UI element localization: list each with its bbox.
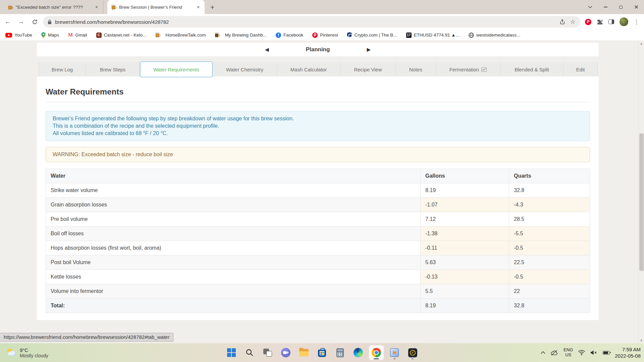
castanet-icon: C xyxy=(96,33,102,38)
tray-chevron-up-icon[interactable] xyxy=(541,351,545,354)
scroll-up-icon[interactable]: ▲ xyxy=(639,42,644,45)
close-button[interactable]: ✕ xyxy=(629,0,644,14)
bookmark-brewing-dashboard[interactable]: My Brewing Dashb... xyxy=(215,33,267,38)
search-button[interactable] xyxy=(242,345,257,360)
prev-session-arrow[interactable]: ◀ xyxy=(265,47,269,53)
share-icon[interactable] xyxy=(560,19,566,24)
bookmark-facebook[interactable]: fFacebook xyxy=(276,33,303,38)
folder-icon xyxy=(299,349,309,356)
link-status-bar: https://www.brewersfriend.com/homebrew/b… xyxy=(0,333,173,342)
column-header-water: Water xyxy=(46,169,421,183)
address-bar[interactable]: brewersfriend.com/homebrew/brewsession/4… xyxy=(43,16,580,27)
bookmark-westsidemedical[interactable]: westsidemedicalass... xyxy=(469,33,520,38)
windows-logo-icon xyxy=(227,348,236,357)
profile-avatar[interactable] xyxy=(620,17,628,26)
bookmark-pinterest[interactable]: PPinterest xyxy=(312,33,338,38)
file-explorer-button[interactable] xyxy=(297,345,311,360)
bookmark-maps[interactable]: Maps xyxy=(41,32,59,38)
bookmark-star-icon[interactable]: ☆ xyxy=(570,18,576,25)
tray-date: 2022-05-08 xyxy=(615,353,641,359)
page-title: Water Requirements xyxy=(46,76,590,97)
new-tab-button[interactable]: + xyxy=(207,2,217,12)
tab-brew-steps[interactable]: Brew Steps xyxy=(86,62,140,76)
edge-button[interactable] xyxy=(351,345,366,360)
bookmark-youtube[interactable]: YouTube xyxy=(5,33,32,38)
youtube-icon xyxy=(5,33,12,38)
table-row: Boil off losses -1.38 -5.5 xyxy=(46,227,590,241)
pinterest-extension-icon[interactable]: P xyxy=(585,19,591,25)
page-scrollbar[interactable]: ▲ ▼ xyxy=(638,41,644,343)
gmail-icon: M xyxy=(68,32,73,38)
tab-mash-calculator[interactable]: Mash Calculator xyxy=(277,62,340,76)
tab-search-chevron-icon[interactable] xyxy=(582,0,598,14)
facebook-icon: f xyxy=(276,33,281,38)
volume-muted-icon[interactable] xyxy=(590,350,598,355)
side-panel-icon[interactable] xyxy=(608,19,614,24)
tab-edit[interactable]: Edit xyxy=(564,62,598,76)
bookmark-ethusd[interactable]: 17ETHUSD 4774.91 ▲... xyxy=(406,33,460,38)
onedrive-paused-icon[interactable] xyxy=(550,350,558,356)
info-line: All volumes listed are calibrated to 68 … xyxy=(53,130,583,137)
table-row: Hops absorption losses (first wort, boil… xyxy=(46,241,590,255)
chat-button[interactable] xyxy=(278,345,293,360)
browser-menu-icon[interactable]: ⋮ xyxy=(634,18,639,25)
microsoft-store-button[interactable] xyxy=(315,345,329,360)
browser-tab-2-active[interactable]: Brew Session | Brewer's Friend × xyxy=(107,0,205,14)
maps-pin-icon xyxy=(41,32,46,38)
table-row: Volume into fermentor 5.5 22 xyxy=(46,284,590,299)
tab-notes[interactable]: Notes xyxy=(396,62,436,76)
globe-icon xyxy=(469,33,474,38)
task-view-button[interactable] xyxy=(260,345,275,360)
maximize-button[interactable] xyxy=(613,0,629,14)
table-row: Grain absorption losses -1.07 -4.3 xyxy=(46,198,590,212)
tab-close-icon[interactable]: × xyxy=(195,4,201,10)
tab-water-chemistry[interactable]: Water Chemistry xyxy=(213,62,277,76)
bookmark-crypto[interactable]: Crypto.com | The B... xyxy=(347,32,397,38)
scroll-down-icon[interactable]: ▼ xyxy=(639,339,644,342)
media-player-button[interactable] xyxy=(387,345,402,360)
scrollbar-thumb[interactable] xyxy=(639,133,644,271)
start-button[interactable] xyxy=(224,345,239,360)
bookmark-gmail[interactable]: MGmail xyxy=(68,32,87,38)
tab-blended-split[interactable]: Blended & Split xyxy=(500,62,564,76)
reload-button[interactable] xyxy=(29,16,40,27)
crypto-shield-icon xyxy=(347,32,352,38)
info-message-box: Brewer's Friend generated the following … xyxy=(46,111,590,141)
edge-icon xyxy=(354,348,363,357)
calculator-button[interactable] xyxy=(333,345,347,360)
table-total-row: Total: 8.19 32.8 xyxy=(46,299,590,313)
info-line: Brewer's Friend generated the following … xyxy=(53,115,583,122)
calculator-icon xyxy=(336,348,344,357)
browser-tab-1[interactable]: "Exceeded batch size" error ???? × xyxy=(4,0,103,14)
chrome-button[interactable] xyxy=(369,345,384,360)
forward-button[interactable]: → xyxy=(15,16,27,27)
tab-recipe-view[interactable]: Recipe View xyxy=(340,62,396,76)
bookmark-homebrewtalk[interactable]: HomeBrewTalk.com xyxy=(155,33,206,38)
browser-tab-title: Brew Session | Brewer's Friend xyxy=(119,5,193,10)
warning-message-box: WARNING: Exceeded batch size - reduce bo… xyxy=(46,147,590,162)
minimize-button[interactable] xyxy=(598,0,613,14)
tab-water-requirements[interactable]: Water Requirements xyxy=(140,61,213,77)
table-row: Kettle losses -0.13 -0.5 xyxy=(46,270,590,284)
beer-mug-favicon xyxy=(8,5,13,10)
extensions-puzzle-icon[interactable] xyxy=(597,19,603,25)
store-icon xyxy=(318,350,326,357)
tab-fermentation[interactable]: Fermentation xyxy=(436,62,500,76)
bookmark-castanet[interactable]: CCastanet.net - Kelo... xyxy=(96,33,147,38)
weather-widget[interactable]: 9°C Mostly cloudy xyxy=(4,343,51,362)
tradingview-icon: 17 xyxy=(406,33,412,38)
back-button[interactable]: ← xyxy=(2,16,13,27)
norton-button[interactable]: ✓ xyxy=(405,345,420,360)
clock-widget[interactable]: 7:59 AM 2022-05-08 xyxy=(615,346,641,359)
norton-shield-icon: ✓ xyxy=(408,348,417,357)
language-indicator[interactable]: ENG US xyxy=(564,348,573,358)
tab-brew-log[interactable]: Brew Log xyxy=(39,62,86,76)
battery-icon[interactable] xyxy=(603,351,610,355)
wifi-icon[interactable] xyxy=(578,350,585,355)
beer-mug-favicon xyxy=(111,5,116,10)
tab-close-icon[interactable]: × xyxy=(94,4,100,10)
table-row: Strike water volume 8.19 32.8 xyxy=(46,183,590,198)
next-session-arrow[interactable]: ▶ xyxy=(367,47,371,53)
table-row: Pre boil volume 7.12 28.5 xyxy=(46,212,590,227)
water-requirements-panel: Water Requirements Brewer's Friend gener… xyxy=(37,76,599,320)
